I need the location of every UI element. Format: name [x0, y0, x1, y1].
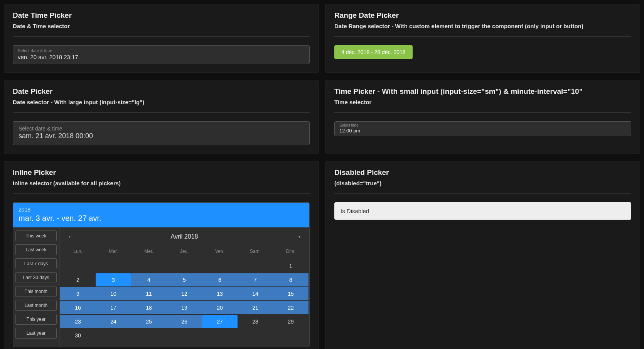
card-title: Inline Picker	[13, 168, 310, 177]
card-inline-picker: Inline Picker Inline selector (available…	[4, 161, 319, 349]
shortcut-button[interactable]: This month	[15, 286, 57, 297]
card-time-picker: Time Picker - With small input (input-si…	[325, 80, 640, 154]
card-date-picker: Date Picker Date selector - With large i…	[4, 80, 319, 154]
calendar-day[interactable]: 22	[273, 301, 309, 314]
card-title: Time Picker - With small input (input-si…	[334, 87, 631, 96]
calendar-day[interactable]: 3	[96, 273, 131, 286]
card-title: Date Time Picker	[13, 11, 310, 20]
calendar-day	[202, 259, 238, 273]
calendar-day[interactable]: 16	[60, 301, 96, 314]
card-subtitle: Time selector	[334, 99, 631, 105]
calendar-day[interactable]: 23	[60, 315, 96, 328]
calendar-day[interactable]: 14	[238, 287, 273, 300]
input-label: Select date & time	[18, 48, 305, 53]
divider	[13, 112, 310, 113]
calendar-day[interactable]: 15	[273, 287, 309, 300]
calendar-dow: Dim.	[273, 245, 309, 259]
divider	[13, 193, 310, 194]
next-month-button[interactable]: →	[295, 233, 302, 241]
calendar-day[interactable]: 1	[273, 259, 309, 273]
card-subtitle: Date & Time selector	[13, 23, 310, 29]
calendar-day	[96, 329, 131, 342]
calendar-day	[273, 329, 309, 342]
calendar-day[interactable]: 20	[202, 301, 238, 314]
calendar-dow: Mar.	[96, 245, 131, 259]
shortcut-button[interactable]: This year	[15, 314, 57, 325]
calendar-day[interactable]: 29	[273, 315, 309, 328]
divider	[13, 36, 310, 37]
calendar-day	[131, 329, 167, 342]
shortcut-button[interactable]: Last 7 days	[15, 258, 57, 269]
shortcuts-panel: This weekLast weekLast 7 daysLast 30 day…	[13, 227, 59, 347]
calendar-day[interactable]: 4	[131, 273, 167, 286]
calendar-dow: Ven.	[202, 245, 238, 259]
card-disabled-picker: Disabled Picker (disabled="true") Is Dis…	[325, 161, 640, 349]
calendar-day	[96, 259, 131, 273]
input-label: Select date & time	[19, 125, 304, 132]
calendar-day	[202, 329, 238, 342]
calendar-day[interactable]: 2	[60, 273, 96, 286]
shortcut-button[interactable]: Last month	[15, 300, 57, 311]
calendar-day[interactable]: 12	[167, 287, 202, 300]
shortcut-button[interactable]: This week	[15, 230, 57, 241]
card-datetime-picker: Date Time Picker Date & Time selector Se…	[4, 4, 319, 73]
date-input[interactable]: Select date & time sam. 21 avr. 2018 00:…	[13, 121, 310, 145]
calendar-day[interactable]: 8	[273, 273, 309, 286]
calendar-day[interactable]: 11	[131, 287, 167, 300]
calendar-day[interactable]: 24	[96, 315, 131, 328]
calendar-month-label[interactable]: Avril 2018	[171, 233, 198, 240]
card-title: Date Picker	[13, 87, 310, 96]
calendar-year[interactable]: 2018	[19, 207, 304, 213]
shortcut-button[interactable]: Last week	[15, 244, 57, 255]
card-subtitle: Date Range selector - With custom elemen…	[334, 23, 631, 29]
calendar-day[interactable]: 13	[202, 287, 238, 300]
time-input[interactable]: Select time 12:00 pm	[334, 121, 631, 136]
calendar-day[interactable]: 19	[167, 301, 202, 314]
input-value: sam. 21 avr. 2018 00:00	[19, 132, 304, 141]
calendar-day[interactable]: 10	[96, 287, 131, 300]
divider	[334, 112, 631, 113]
calendar-header: 2018 mar. 3 avr. - ven. 27 avr.	[13, 203, 309, 227]
range-trigger-button[interactable]: 4 déc. 2018 - 28 déc. 2018	[334, 45, 413, 59]
calendar-day[interactable]: 27	[202, 315, 238, 328]
calendar-day	[238, 329, 273, 342]
input-label: Select time	[339, 123, 626, 128]
card-range-picker: Range Date Picker Date Range selector - …	[325, 4, 640, 73]
calendar-day[interactable]: 28	[238, 315, 273, 328]
calendar-day	[131, 259, 167, 273]
calendar-day[interactable]: 25	[131, 315, 167, 328]
calendar-day[interactable]: 30	[60, 329, 96, 342]
shortcut-button[interactable]: Last year	[15, 328, 57, 339]
disabled-input: Is Disabled	[334, 202, 631, 220]
calendar-dow: Jeu.	[167, 245, 202, 259]
datetime-input[interactable]: Select date & time ven. 20 avr. 2018 23:…	[13, 45, 310, 64]
card-subtitle: (disabled="true")	[334, 180, 631, 186]
divider	[334, 193, 631, 194]
calendar-dow: Mer.	[131, 245, 167, 259]
calendar-day[interactable]: 17	[96, 301, 131, 314]
calendar-day[interactable]: 18	[131, 301, 167, 314]
card-title: Disabled Picker	[334, 168, 631, 177]
card-title: Range Date Picker	[334, 11, 631, 20]
input-value: ven. 20 avr. 2018 23:17	[18, 53, 305, 61]
card-subtitle: Date selector - With large input (input-…	[13, 99, 310, 105]
prev-month-button[interactable]: ←	[67, 233, 74, 241]
calendar-day[interactable]: 5	[167, 273, 202, 286]
calendar-grid: ← Avril 2018 → Lun.Mar.Mer.Jeu.Ven.Sam.D…	[59, 227, 309, 347]
calendar-range-label: mar. 3 avr. - ven. 27 avr.	[19, 214, 304, 223]
calendar-day[interactable]: 7	[238, 273, 273, 286]
calendar-day	[167, 259, 202, 273]
card-subtitle: Inline selector (available for all picke…	[13, 180, 310, 186]
input-value: 12:00 pm	[339, 128, 626, 134]
calendar-dow: Lun.	[60, 245, 96, 259]
calendar-day[interactable]: 26	[167, 315, 202, 328]
calendar-day	[60, 259, 96, 273]
calendar-day	[238, 259, 273, 273]
calendar-day[interactable]: 21	[238, 301, 273, 314]
divider	[334, 36, 631, 37]
calendar-day	[167, 329, 202, 342]
inline-calendar: 2018 mar. 3 avr. - ven. 27 avr. This wee…	[13, 202, 310, 347]
calendar-day[interactable]: 6	[202, 273, 238, 286]
shortcut-button[interactable]: Last 30 days	[15, 272, 57, 283]
calendar-day[interactable]: 9	[60, 287, 96, 300]
